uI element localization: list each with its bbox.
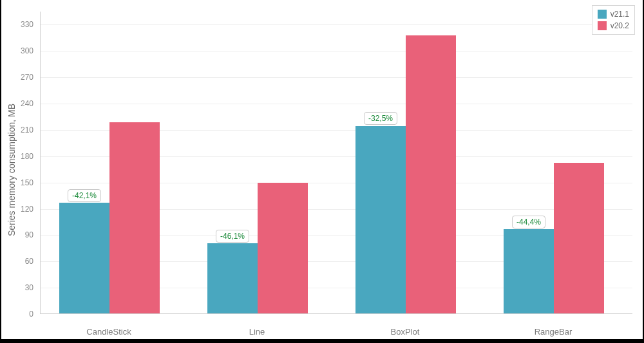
x-tick-label: Line bbox=[188, 327, 326, 337]
y-tick: 300 bbox=[8, 46, 33, 55]
bar-v21-boxplot bbox=[355, 126, 406, 314]
legend-label: v20.2 bbox=[611, 20, 629, 32]
y-tick: 0 bbox=[8, 310, 33, 319]
delta-label: -46,1% bbox=[216, 230, 249, 243]
y-tick: 30 bbox=[8, 283, 33, 292]
bar-v20-candlestick bbox=[109, 122, 160, 313]
delta-label: -32,5% bbox=[364, 112, 397, 125]
x-tick-label: BoxPlot bbox=[336, 327, 474, 337]
gridline bbox=[41, 104, 632, 104]
bar-v20-boxplot bbox=[406, 35, 456, 313]
y-tick: 270 bbox=[8, 73, 33, 82]
legend-swatch bbox=[598, 21, 607, 30]
gridline bbox=[41, 24, 632, 25]
x-tick-label: RangeBar bbox=[484, 327, 622, 337]
y-tick: 90 bbox=[8, 230, 33, 239]
y-tick: 210 bbox=[8, 125, 33, 134]
legend-label: v21.1 bbox=[611, 8, 629, 20]
y-tick: 180 bbox=[8, 152, 33, 161]
delta-label: -44,4% bbox=[512, 216, 545, 228]
legend: v21.1 v20.2 bbox=[592, 5, 635, 35]
gridline bbox=[41, 51, 632, 51]
bar-v21-candlestick bbox=[59, 203, 109, 313]
y-tick: 240 bbox=[8, 99, 33, 108]
y-axis-label: Series memory consumption, MB bbox=[6, 103, 17, 236]
y-tick: 150 bbox=[8, 178, 33, 187]
delta-label: -42,1% bbox=[68, 189, 101, 202]
y-tick: 330 bbox=[8, 20, 33, 29]
chart-frame: Series memory consumption, MB 0 30 60 90… bbox=[1, 0, 643, 339]
legend-item-v20: v20.2 bbox=[598, 20, 629, 32]
x-tick-label: CandleStick bbox=[40, 327, 178, 337]
gridline bbox=[41, 77, 632, 78]
y-tick: 120 bbox=[8, 205, 33, 214]
plot-area: -42,1% -46,1% -32,5% -44,4% bbox=[40, 12, 632, 314]
bar-v20-rangebar bbox=[554, 163, 604, 313]
bar-v21-rangebar bbox=[504, 229, 554, 313]
y-tick: 60 bbox=[8, 257, 33, 266]
bar-v20-line bbox=[258, 183, 308, 313]
legend-item-v21: v21.1 bbox=[598, 8, 629, 20]
legend-swatch bbox=[598, 10, 607, 19]
bar-v21-line bbox=[207, 243, 258, 313]
